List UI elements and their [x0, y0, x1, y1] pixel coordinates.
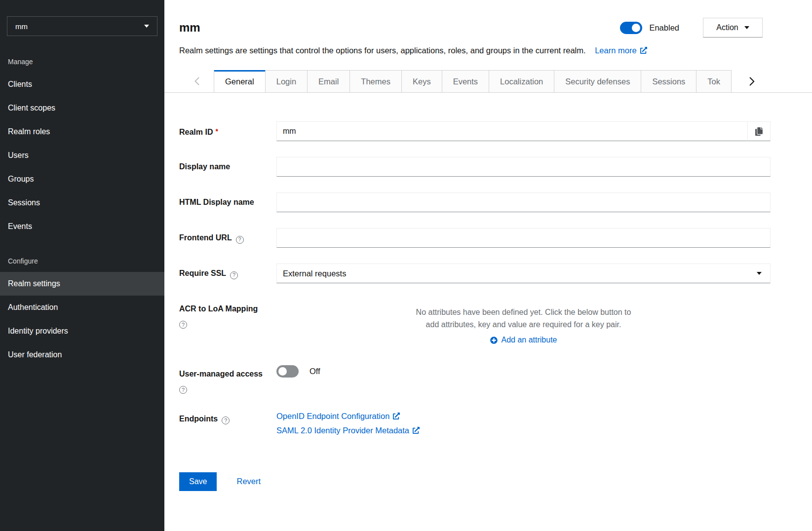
main-content: mm Enabled Action Realm settings are set… — [164, 0, 812, 531]
revert-button[interactable]: Revert — [236, 477, 261, 486]
tab-sessions[interactable]: Sessions — [641, 70, 696, 92]
caret-down-icon — [744, 26, 749, 29]
realm-id-label: Realm ID* — [179, 121, 276, 141]
sidebar-item-identity-providers[interactable]: Identity providers — [0, 319, 164, 343]
require-ssl-label: Require SSL? — [179, 264, 276, 283]
copy-icon — [755, 127, 763, 136]
angle-left-icon — [194, 76, 200, 86]
caret-down-icon — [757, 272, 762, 275]
require-ssl-selected-value: External requests — [283, 269, 346, 278]
copy-button[interactable] — [748, 121, 771, 141]
tab-themes[interactable]: Themes — [350, 70, 402, 92]
toggle-knob — [632, 24, 640, 32]
action-dropdown[interactable]: Action — [703, 18, 763, 38]
help-icon[interactable]: ? — [236, 236, 244, 244]
help-icon[interactable]: ? — [179, 321, 187, 329]
html-display-name-label: HTML Display name — [179, 192, 276, 212]
display-name-row: Display name — [179, 157, 771, 177]
tabs-scroll-left-button[interactable] — [164, 70, 214, 92]
sidebar-item-users[interactable]: Users — [0, 144, 164, 167]
tab-events[interactable]: Events — [442, 70, 489, 92]
tab-keys[interactable]: Keys — [402, 70, 442, 92]
form-actions: Save Revert — [179, 472, 771, 491]
sidebar-item-client-scopes[interactable]: Client scopes — [0, 96, 164, 120]
display-name-label: Display name — [179, 157, 276, 177]
sidebar-item-clients[interactable]: Clients — [0, 73, 164, 96]
tab-tokens[interactable]: Tok — [696, 70, 732, 92]
realm-id-input[interactable] — [276, 121, 748, 141]
user-managed-access-toggle[interactable] — [276, 365, 299, 378]
learn-more-link[interactable]: Learn more — [595, 46, 647, 55]
sidebar-item-realm-roles[interactable]: Realm roles — [0, 120, 164, 144]
sidebar-item-user-federation[interactable]: User federation — [0, 343, 164, 367]
endpoints-row: Endpoints? OpenID Endpoint Configuration… — [179, 409, 771, 440]
user-managed-access-row: User-managed access ? Off — [179, 364, 771, 394]
required-indicator: * — [215, 127, 218, 135]
tabs: General Login Email Themes Keys Events L… — [164, 70, 812, 93]
tab-login[interactable]: Login — [266, 70, 308, 92]
page-header: mm Enabled Action Realm settings are set… — [164, 0, 812, 56]
html-display-name-input[interactable] — [276, 192, 771, 212]
page-title: mm — [179, 21, 200, 35]
angle-right-icon — [749, 76, 755, 86]
sidebar-item-events[interactable]: Events — [0, 215, 164, 238]
require-ssl-select[interactable]: External requests — [276, 264, 771, 283]
sidebar-nav: Manage Clients Client scopes Realm roles… — [0, 58, 164, 367]
user-managed-access-state: Off — [309, 367, 320, 376]
tabs-scroll-right-button[interactable] — [741, 70, 812, 92]
save-button[interactable]: Save — [179, 472, 217, 491]
frontend-url-label: Frontend URL? — [179, 228, 276, 248]
acr-empty-message: No attributes have been defined yet. Cli… — [414, 306, 633, 331]
nav-section-manage: Manage Clients Client scopes Realm roles… — [0, 58, 164, 238]
tab-general[interactable]: General — [214, 70, 266, 92]
tab-email[interactable]: Email — [308, 70, 350, 92]
external-link-icon — [640, 47, 647, 54]
acr-loa-mapping-row: ACR to LoA Mapping ? No attributes have … — [179, 299, 771, 344]
endpoints-label: Endpoints? — [179, 409, 276, 440]
external-link-icon — [413, 427, 420, 434]
realm-selector-value: mm — [15, 22, 28, 31]
nav-section-configure: Configure Realm settings Authentication … — [0, 257, 164, 367]
help-icon[interactable]: ? — [230, 271, 238, 279]
external-link-icon — [393, 413, 400, 419]
frontend-url-input[interactable] — [276, 228, 771, 248]
user-managed-access-label: User-managed access ? — [179, 364, 276, 394]
action-dropdown-label: Action — [716, 23, 738, 32]
frontend-url-row: Frontend URL? — [179, 228, 771, 248]
display-name-input[interactable] — [276, 157, 771, 177]
saml-identity-provider-metadata-link[interactable]: SAML 2.0 Identity Provider Metadata — [276, 425, 771, 435]
sidebar: mm Manage Clients Client scopes Realm ro… — [0, 0, 164, 531]
sidebar-item-realm-settings[interactable]: Realm settings — [0, 272, 164, 296]
realm-selector[interactable]: mm — [7, 16, 157, 36]
toggle-knob — [278, 367, 287, 376]
add-attribute-button[interactable]: Add an attribute — [276, 336, 771, 344]
sidebar-item-groups[interactable]: Groups — [0, 167, 164, 191]
realm-description-text: Realm settings are settings that control… — [179, 46, 586, 55]
chevron-down-icon — [144, 25, 149, 28]
plus-circle-icon — [490, 337, 498, 344]
help-icon[interactable]: ? — [179, 386, 187, 394]
enabled-toggle[interactable] — [620, 22, 642, 34]
acr-loa-mapping-label: ACR to LoA Mapping ? — [179, 299, 276, 344]
realm-description: Realm settings are settings that control… — [179, 44, 763, 56]
tab-security-defenses[interactable]: Security defenses — [554, 70, 641, 92]
enabled-label: Enabled — [649, 23, 679, 33]
html-display-name-row: HTML Display name — [179, 192, 771, 212]
openid-endpoint-configuration-link[interactable]: OpenID Endpoint Configuration — [276, 411, 771, 421]
nav-section-title: Manage — [8, 58, 156, 66]
sidebar-item-authentication[interactable]: Authentication — [0, 296, 164, 319]
general-settings-form: Realm ID* Display name HTML Display name — [164, 93, 812, 507]
nav-section-title: Configure — [8, 257, 156, 265]
tab-localization[interactable]: Localization — [489, 70, 554, 92]
require-ssl-row: Require SSL? External requests — [179, 264, 771, 283]
tabs-viewport: General Login Email Themes Keys Events L… — [214, 70, 741, 92]
sidebar-item-sessions[interactable]: Sessions — [0, 191, 164, 215]
realm-id-row: Realm ID* — [179, 121, 771, 141]
help-icon[interactable]: ? — [222, 417, 230, 424]
